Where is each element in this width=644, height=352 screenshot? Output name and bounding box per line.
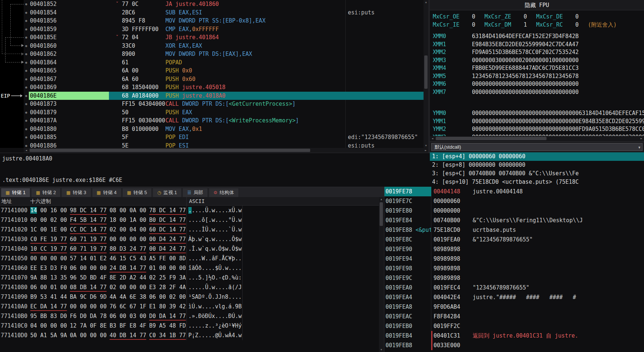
stack-row[interactable]: 0019FEA4004042E4justre."##### #### #### … <box>384 292 644 302</box>
dump-row[interactable]: 7714100014 00 16 0098 DC 14 7708 00 0A 0… <box>0 206 379 215</box>
dump-row[interactable]: 771410709A 8B 13 3596 5D BD 4F8E 2D A2 4… <box>0 273 379 282</box>
dump-row[interactable]: 771410A0EC DA 14 7700 00 00 0076 6C 67 1… <box>0 302 379 311</box>
breakpoint-dot[interactable]: ● <box>24 25 29 34</box>
scroll-up-arrow[interactable]: ▲ <box>379 197 384 202</box>
scroll-thumb[interactable] <box>424 55 428 89</box>
disasm-row[interactable]: ●0040186E68 A0184000PUSH justre.4018A0 <box>24 92 424 100</box>
call-argument-row[interactable]: 4: [esp+10] 75E18CD0 <ucrtbase.puts> (75… <box>430 178 644 186</box>
dump-row[interactable]: 771410C004 00 00 0012 7A 0F 8EB3 BF E8 4… <box>0 321 379 331</box>
scroll-thumb[interactable] <box>30 149 310 152</box>
breakpoint-dot[interactable]: ● <box>24 116 29 125</box>
stack-row[interactable]: 0019FEB00019FF2C <box>384 321 644 331</box>
breakpoint-dot[interactable]: ● <box>24 33 29 42</box>
breakpoint-dot[interactable]: ● <box>24 100 29 108</box>
disasm-row[interactable]: ●004018593D FFFFFF00CMP EAX,0xFFFFFF <box>24 25 424 34</box>
breakpoint-dot[interactable]: ● <box>24 0 29 9</box>
ymm-register-row[interactable]: YMM200000000000000000000000000000000FD9A… <box>430 125 644 133</box>
disasm-row[interactable]: ●0040186461POPAD <box>24 58 424 67</box>
tab-struct[interactable]: ⚙结构体 <box>209 188 239 197</box>
xmm-register-row[interactable]: XMM063184D41064DEFECAF152E2F3D4F842B <box>430 33 644 41</box>
tab-dump-4[interactable]: ▦转储 4 <box>92 188 121 197</box>
call-argument-row[interactable]: 3: [esp+C] 00740B00 00740B00 &"C:\\Users… <box>430 169 644 178</box>
breakpoint-dot[interactable]: ● <box>24 108 29 117</box>
stack-row[interactable]: 0019FEA89F0D6AB4 <box>384 302 644 312</box>
breakpoint-dot[interactable]: ● <box>24 50 29 58</box>
stack-row[interactable]: 0019FE9098989898 <box>384 244 644 254</box>
dump-row[interactable]: 7714108006 00 01 0008 DB 14 7702 00 00 0… <box>0 282 379 292</box>
tab-dump-5[interactable]: ▦转储 5 <box>122 188 152 197</box>
disasm-row[interactable]: ●0040186033C0XOR EAX,EAX <box>24 42 424 50</box>
dump-row[interactable]: 77141090B9 53 41 44BA 9C D6 9D4A 4A 6E 3… <box>0 292 379 302</box>
breakpoint-dot[interactable]: ● <box>24 42 29 50</box>
disasm-hscrollbar[interactable]: ◄ ► <box>24 148 428 153</box>
stack-row[interactable]: 0019FE8C0019FEA0&"123456789876655" <box>384 235 644 244</box>
disasm-row[interactable]: ●004018628900MOV DWORD PTR DS:[EAX],EAX <box>24 50 424 58</box>
scroll-left-arrow[interactable]: ◄ <box>24 148 29 153</box>
hide-fpu-button[interactable]: 隐藏 FPU <box>430 0 644 10</box>
disasm-row[interactable]: ●004018656A 00PUSH 0x0 <box>24 67 424 75</box>
stack-row[interactable]: 0019FEB80033E000 <box>384 341 644 350</box>
disasm-row[interactable]: ●004018676A 60PUSH 0x60 <box>24 75 424 84</box>
disasm-row[interactable]: ●0040186968 18504000PUSH justre.405018 <box>24 83 424 92</box>
xmm-register-row[interactable]: XMM300000003000000020000000100000000 <box>430 57 644 65</box>
disasm-row[interactable]: ●004018568945 F8MOV DWORD PTR SS:[EBP-0x… <box>24 17 424 25</box>
breakpoint-dot[interactable]: ● <box>24 58 29 67</box>
stack-row[interactable]: 0019FE7C00000060 <box>384 196 644 206</box>
stack-row[interactable]: 0019FEACF8F84284 <box>384 312 644 321</box>
stack-row[interactable]: 0019FE8000000000 <box>384 206 644 216</box>
breakpoint-dot[interactable]: ● <box>24 75 29 84</box>
ymm-register-row[interactable]: YMM100000000000000000000000000000000E984… <box>430 118 644 126</box>
stack-row[interactable]: 0019FEA00019FEC4"123456789876655" <box>384 283 644 292</box>
stack-row[interactable]: 0019FEB400401C31返回到 justre.00401C31 自 ju… <box>384 331 644 341</box>
breakpoint-dot[interactable]: ● <box>24 17 29 25</box>
disasm-row[interactable]: ●00401873FF15 04304000CALL DWORD PTR DS:… <box>24 100 424 108</box>
stack-row[interactable]: 0019FE7800404148justre.00404148 <box>384 187 644 196</box>
dump-row[interactable]: 77141060EE E3 D3 F006 00 00 0024 DB 14 7… <box>0 263 379 273</box>
tab-dump-2[interactable]: ▦转储 2 <box>31 188 61 197</box>
disasm-row[interactable]: ●004018855FPOP EDIedi:"123456789876655" <box>24 133 424 142</box>
dump-row[interactable]: 771410D050 A1 5A 9A0A 00 00 0040 DB 14 7… <box>0 331 379 340</box>
ymm-register-row[interactable]: YMM0000000000000000000000000000000006318… <box>430 109 644 118</box>
scroll-down-arrow[interactable]: ▼ <box>424 143 428 148</box>
breakpoint-dot[interactable]: ● <box>24 9 29 17</box>
scroll-thumb[interactable] <box>436 137 547 140</box>
dump-row[interactable]: 77141030C0 FE 19 7760 71 19 7700 00 00 0… <box>0 234 379 244</box>
scroll-up-arrow[interactable]: ▲ <box>424 0 428 4</box>
xmm-register-row[interactable]: XMM1E984B35E8CD2DE0255999042C7DC4A47 <box>430 41 644 49</box>
disasm-row[interactable]: ●004018865EPOP ESIesi:puts <box>24 142 424 148</box>
breakpoint-dot[interactable]: ● <box>24 67 29 75</box>
disasm-vscrollbar[interactable]: ▲ ▼ <box>424 0 428 148</box>
dump-row[interactable]: 7714105000 00 00 0057 14 01 E246 15 C5 4… <box>0 254 379 263</box>
dump-vscrollbar[interactable]: ▲ ▼ <box>379 197 384 352</box>
xmm-register-row[interactable]: XMM2FD9A0515D3B6BE578CC0F202C7535242 <box>430 48 644 57</box>
stack-row[interactable]: 0019FE88 <&put75E18CD0ucrtbase.puts <box>384 225 644 235</box>
breakpoint-dot[interactable]: ● <box>24 125 29 133</box>
disasm-row[interactable]: ●00401852ˇ77 0CJA justre.401860 <box>24 0 424 9</box>
breakpoint-dot[interactable]: ● <box>24 92 29 100</box>
call-argument-row[interactable]: 1: [esp+4] 00000060 00000060 <box>430 152 644 161</box>
stack-row[interactable]: 0019FE8400740B00&"C:\\Users\\Fering11\\D… <box>384 216 644 225</box>
tab-dump-3[interactable]: ▦转储 3 <box>61 188 91 197</box>
tab-watch-1[interactable]: ◷监视 1 <box>153 188 182 197</box>
breakpoint-dot[interactable]: ● <box>24 133 29 142</box>
dump-row[interactable]: 7714101000 00 02 00F4 5B 14 7718 00 1A 0… <box>0 215 379 225</box>
scroll-right-arrow[interactable]: ► <box>639 136 644 141</box>
breakpoint-dot[interactable]: ● <box>24 83 29 92</box>
disasm-row[interactable]: ●004018542BC6SUB EAX,ESIesi:puts <box>24 9 424 17</box>
scroll-down-arrow[interactable]: ▼ <box>379 348 384 352</box>
disasm-row[interactable]: ●0040187AFF15 00304000CALL DWORD PTR DS:… <box>24 116 424 125</box>
registers-hscrollbar[interactable]: ◄ ► <box>430 136 644 141</box>
disasm-row[interactable]: ●0040187950PUSH EAX <box>24 108 424 117</box>
call-argument-row[interactable]: 2: [esp+8] 00000000 00000000 <box>430 161 644 169</box>
dump-row[interactable]: 7714104010 CC 19 7760 71 19 7780 D3 24 7… <box>0 244 379 254</box>
stack-row[interactable]: 0019FE9C98989898 <box>384 273 644 283</box>
tab-dump-1[interactable]: ▦转储 1 <box>1 188 30 197</box>
calling-convention-select[interactable]: 默认(stdcall) ▼ <box>431 143 643 151</box>
ymm-register-row[interactable]: YMM3000000000000000000000000000000000000… <box>430 133 644 136</box>
disasm-row[interactable]: ●0040185Eˇ72 04JB justre.401864 <box>24 33 424 42</box>
dump-row[interactable]: 771410B095 BB 83 D0F6 D0 DA 7806 00 03 0… <box>0 311 379 321</box>
dump-row[interactable]: 771410201C 00 1E 00CC DC 14 7702 00 04 0… <box>0 225 379 234</box>
scroll-thumb[interactable] <box>380 202 383 226</box>
scroll-right-arrow[interactable]: ► <box>423 148 428 153</box>
tab-locals[interactable]: ☰局部 <box>182 188 208 197</box>
